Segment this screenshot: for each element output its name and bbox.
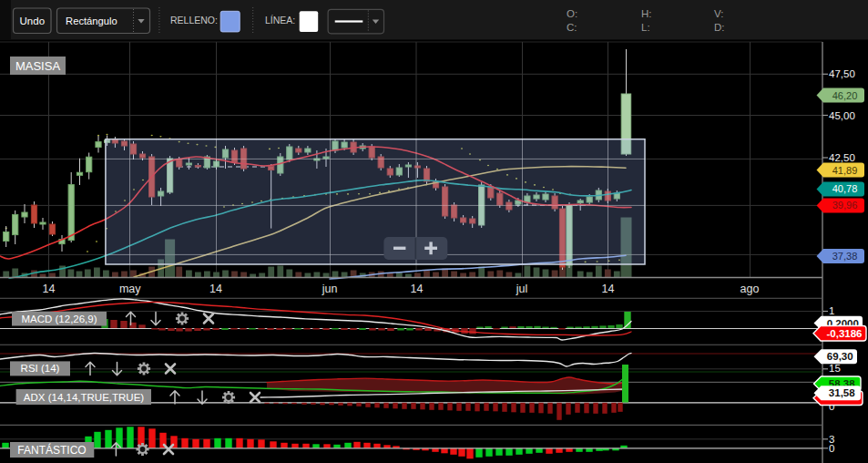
svg-text:14: 14 xyxy=(411,283,424,295)
svg-text:14: 14 xyxy=(43,283,56,295)
svg-text:1: 1 xyxy=(829,305,834,316)
svg-text:47,50: 47,50 xyxy=(829,68,855,79)
svg-text:ADX (14,14,TRUE,TRUE): ADX (14,14,TRUE,TRUE) xyxy=(24,392,144,403)
svg-text:45,00: 45,00 xyxy=(829,110,855,121)
svg-text:V:: V: xyxy=(714,8,723,19)
svg-text:14: 14 xyxy=(602,283,615,295)
svg-text:Rectángulo: Rectángulo xyxy=(66,15,117,26)
svg-text:O:: O: xyxy=(567,8,577,19)
svg-text:MASISA: MASISA xyxy=(15,59,60,73)
svg-text:31,58: 31,58 xyxy=(829,387,855,398)
svg-text:MACD (12,26,9): MACD (12,26,9) xyxy=(21,314,97,324)
svg-text:LÍNEA:: LÍNEA: xyxy=(265,15,295,26)
svg-text:39,96: 39,96 xyxy=(832,200,858,211)
svg-text:may: may xyxy=(119,283,141,295)
svg-text:14: 14 xyxy=(209,283,222,295)
svg-text:37,38: 37,38 xyxy=(832,251,858,262)
svg-text:RELLENO:: RELLENO: xyxy=(170,15,218,26)
svg-text:C:: C: xyxy=(567,22,577,33)
svg-text:Undo: Undo xyxy=(20,15,46,26)
svg-text:41,89: 41,89 xyxy=(832,165,858,176)
svg-text:40,78: 40,78 xyxy=(832,183,858,194)
svg-text:-0,3186: -0,3186 xyxy=(826,328,862,339)
svg-text:RSI (14): RSI (14) xyxy=(21,363,60,374)
svg-text:ago: ago xyxy=(740,283,760,295)
svg-text:jul: jul xyxy=(516,283,528,295)
svg-text:L:: L: xyxy=(641,22,650,33)
svg-text:42,50: 42,50 xyxy=(829,152,855,163)
svg-text:D:: D: xyxy=(714,22,725,33)
svg-text:69,30: 69,30 xyxy=(827,351,853,362)
svg-text:0: 0 xyxy=(829,443,834,454)
svg-text:jun: jun xyxy=(322,283,338,295)
svg-text:FANTÁSTICO: FANTÁSTICO xyxy=(17,443,86,457)
svg-text:46,20: 46,20 xyxy=(832,90,858,101)
svg-text:H:: H: xyxy=(641,8,652,19)
